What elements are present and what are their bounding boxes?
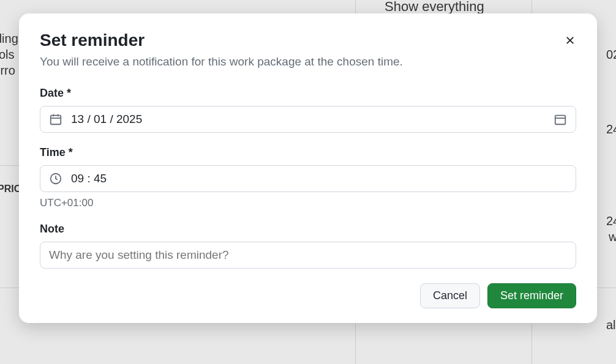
close-icon — [564, 34, 576, 48]
note-field-group: Note — [40, 223, 576, 269]
modal-subtitle: You will receive a notification for this… — [40, 55, 576, 69]
time-label: Time * — [40, 146, 576, 159]
reminder-modal: Set reminder You will receive a notifica… — [19, 13, 597, 323]
note-label: Note — [40, 223, 576, 236]
date-label: Date * — [40, 87, 576, 100]
clock-icon — [49, 172, 62, 185]
time-field-group: Time * UTC+01:00 — [40, 146, 576, 209]
svg-rect-0 — [51, 116, 61, 125]
modal-title: Set reminder — [40, 31, 576, 50]
date-field-group: Date * — [40, 87, 576, 133]
close-button[interactable] — [562, 32, 579, 51]
time-input[interactable] — [71, 172, 567, 185]
svg-rect-4 — [555, 116, 566, 125]
calendar-icon — [49, 113, 62, 126]
calendar-picker-icon[interactable] — [554, 113, 567, 126]
timezone-text: UTC+01:00 — [40, 197, 576, 209]
date-input-wrapper[interactable] — [40, 106, 576, 133]
time-input-wrapper[interactable] — [40, 165, 576, 192]
set-reminder-button[interactable]: Set reminder — [487, 283, 576, 308]
modal-header: Set reminder You will receive a notifica… — [40, 31, 576, 69]
cancel-button[interactable]: Cancel — [420, 283, 480, 308]
note-input-wrapper[interactable] — [40, 242, 576, 269]
modal-footer: Cancel Set reminder — [40, 283, 576, 308]
date-input[interactable] — [71, 113, 545, 126]
note-input[interactable] — [49, 248, 567, 262]
modal-overlay: Set reminder You will receive a notifica… — [0, 0, 616, 364]
